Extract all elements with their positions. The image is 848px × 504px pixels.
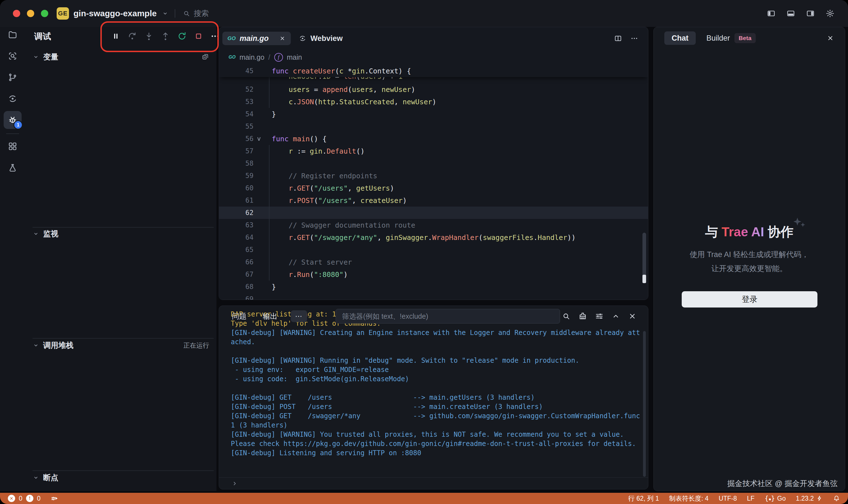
- tab-chat[interactable]: Chat: [664, 31, 696, 45]
- activity-debug-button[interactable]: 1: [4, 111, 22, 129]
- section-watch[interactable]: 监视: [25, 228, 216, 240]
- more-actions-icon[interactable]: [630, 34, 638, 42]
- tab-main-go[interactable]: GO main.go: [223, 32, 291, 45]
- error-count[interactable]: 0: [19, 495, 22, 502]
- tab-builder[interactable]: Builder: [706, 34, 730, 42]
- code-line[interactable]: newUser.ID = len(users) + 1: [219, 77, 648, 83]
- code-line[interactable]: 53 c.JSON(http.StatusCreated, newUser): [219, 95, 648, 108]
- cursor-position[interactable]: 行 62, 列 1: [628, 494, 659, 503]
- notifications-button[interactable]: [833, 495, 840, 502]
- code-line[interactable]: 61 r.POST("/users", createUser): [219, 194, 648, 206]
- code-line[interactable]: 63 // Swagger documentation route: [219, 219, 648, 231]
- line-number[interactable]: 65: [219, 246, 266, 254]
- toggle-bottom-panel-button[interactable]: [784, 7, 797, 20]
- code-line[interactable]: 68}: [219, 281, 648, 293]
- code-line[interactable]: 56∨func main() {: [219, 132, 648, 145]
- stop-button[interactable]: [192, 30, 205, 42]
- line-number[interactable]: 58: [219, 160, 266, 167]
- line-number[interactable]: 61: [219, 197, 266, 204]
- encoding[interactable]: UTF-8: [719, 495, 737, 502]
- console-prompt-row[interactable]: [219, 478, 648, 489]
- filter-input[interactable]: [336, 309, 560, 323]
- code-line[interactable]: 52 users = append(users, newUser): [219, 83, 648, 95]
- line-number[interactable]: 64: [219, 234, 266, 241]
- tab-problems[interactable]: 问题: [232, 311, 247, 321]
- code-line[interactable]: 64 r.GET("/swagger/*any", ginSwagger.Wra…: [219, 231, 648, 244]
- maximize-panel-chevron-icon[interactable]: [611, 312, 620, 321]
- split-editor-icon[interactable]: [614, 34, 622, 42]
- toggle-right-sidebar-button[interactable]: [804, 7, 817, 20]
- code-line[interactable]: 60 r.GET("/users", getUsers): [219, 182, 648, 194]
- step-over-button[interactable]: [126, 30, 139, 42]
- activity-testing-button[interactable]: [4, 159, 22, 177]
- maximize-window-button[interactable]: [41, 10, 48, 17]
- toggle-left-sidebar-button[interactable]: [765, 7, 777, 20]
- editor-scrollbar-handle[interactable]: [642, 275, 646, 283]
- tab-webview[interactable]: Webview: [299, 34, 343, 43]
- language-mode[interactable]: {} Go: [765, 495, 786, 502]
- project-switcher[interactable]: GE gin-swaggo-example: [57, 7, 169, 20]
- code-line[interactable]: 66 // Start server: [219, 256, 648, 268]
- activity-extensions-button[interactable]: [4, 137, 22, 155]
- code-line[interactable]: 67 r.Run(":8080"): [219, 268, 648, 281]
- activity-source-control-button[interactable]: [4, 68, 22, 86]
- warning-count[interactable]: 0: [37, 495, 41, 502]
- line-number[interactable]: 67: [219, 270, 266, 278]
- code-line[interactable]: 58: [219, 157, 648, 169]
- code-editor[interactable]: 45func createUser(c *gin.Context) { newU…: [219, 65, 648, 300]
- login-button[interactable]: 登录: [682, 291, 817, 307]
- restart-button[interactable]: [176, 30, 189, 42]
- section-call-stack[interactable]: 调用堆栈 正在运行: [25, 339, 216, 352]
- step-into-button[interactable]: [142, 30, 155, 42]
- line-number[interactable]: 53: [219, 98, 266, 106]
- console-scrollbar[interactable]: [643, 331, 646, 477]
- line-number[interactable]: 62: [219, 209, 266, 217]
- code-line[interactable]: 57 r := gin.Default(): [219, 145, 648, 157]
- breadcrumb[interactable]: GO main.go / f main: [219, 50, 648, 65]
- line-number[interactable]: 63: [219, 221, 266, 229]
- panel-more-button[interactable]: ⋯: [291, 310, 307, 322]
- code-line[interactable]: 54}: [219, 108, 648, 120]
- fold-chevron-icon[interactable]: ∨: [257, 136, 261, 142]
- line-number[interactable]: 66: [219, 258, 266, 266]
- global-search[interactable]: 搜索: [182, 8, 209, 18]
- collapse-all-button[interactable]: [201, 53, 209, 61]
- code-line[interactable]: 45func createUser(c *gin.Context) {: [219, 65, 648, 77]
- activity-explorer-button[interactable]: [4, 26, 22, 44]
- code-line[interactable]: 69: [219, 293, 648, 300]
- breadcrumb-file[interactable]: main.go: [240, 53, 264, 61]
- tab-output[interactable]: 输出: [263, 311, 277, 321]
- line-number[interactable]: 54: [219, 110, 266, 118]
- minimize-window-button[interactable]: [27, 10, 34, 17]
- line-number[interactable]: 52: [219, 86, 266, 93]
- line-number[interactable]: 60: [219, 184, 266, 192]
- code-line[interactable]: 59 // Register endpoints: [219, 169, 648, 182]
- eol-sequence[interactable]: LF: [747, 495, 755, 502]
- code-line-current[interactable]: 62: [219, 206, 648, 219]
- section-variables[interactable]: 变量: [25, 51, 216, 63]
- go-version[interactable]: 1.23.2: [796, 495, 823, 502]
- pause-button[interactable]: [109, 30, 122, 42]
- line-number[interactable]: 45: [219, 67, 266, 75]
- line-number[interactable]: 57: [219, 147, 266, 155]
- close-tab-button[interactable]: [279, 35, 286, 42]
- section-breakpoints[interactable]: 断点: [25, 471, 216, 484]
- tab-size[interactable]: 制表符长度: 4: [669, 494, 709, 503]
- close-window-button[interactable]: [13, 10, 20, 17]
- close-panel-icon[interactable]: [628, 312, 637, 321]
- errors-icon[interactable]: ✕: [8, 495, 15, 502]
- code-line[interactable]: 55: [219, 120, 648, 132]
- activity-search-button[interactable]: [4, 47, 22, 65]
- line-number[interactable]: 68: [219, 283, 266, 291]
- warnings-icon[interactable]: !: [26, 495, 33, 502]
- activity-preview-button[interactable]: [4, 90, 22, 108]
- debug-console[interactable]: DAP server listening at: 127.0.0.1:60455…: [231, 310, 642, 458]
- close-ai-panel-button[interactable]: [826, 34, 834, 42]
- filter-sliders-icon[interactable]: [595, 312, 604, 321]
- clear-output-icon[interactable]: [578, 312, 587, 321]
- line-number[interactable]: 59: [219, 172, 266, 180]
- line-number[interactable]: 55: [219, 123, 266, 130]
- line-number[interactable]: 69: [219, 295, 266, 300]
- code-line[interactable]: 65: [219, 244, 648, 256]
- debug-start-button[interactable]: [51, 494, 58, 502]
